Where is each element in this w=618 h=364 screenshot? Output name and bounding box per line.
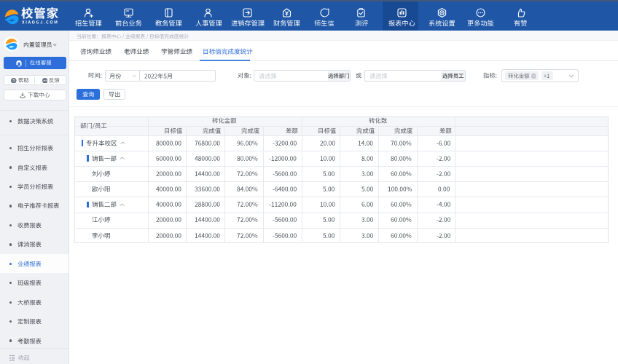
svg-text:?: ? <box>12 78 15 82</box>
